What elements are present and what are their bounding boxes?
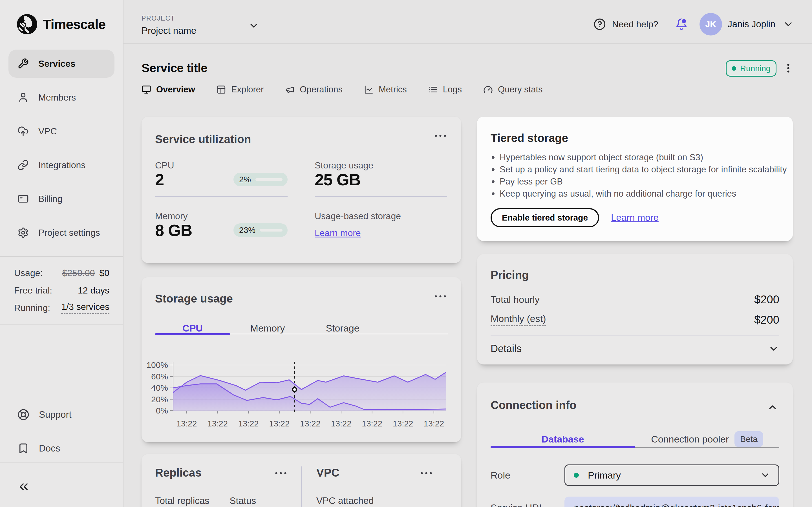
- svg-text:20%: 20%: [151, 395, 168, 404]
- svg-text:13:22: 13:22: [393, 419, 413, 428]
- svg-text:13:22: 13:22: [207, 419, 228, 428]
- svg-text:13:22: 13:22: [331, 419, 352, 428]
- svg-text:13:22: 13:22: [362, 419, 382, 428]
- svg-text:13:22: 13:22: [424, 419, 444, 428]
- svg-text:13:22: 13:22: [300, 419, 320, 428]
- svg-text:13:22: 13:22: [176, 419, 197, 428]
- svg-text:60%: 60%: [151, 372, 168, 381]
- svg-text:0%: 0%: [156, 406, 168, 415]
- svg-text:13:22: 13:22: [238, 419, 259, 428]
- svg-text:13:22: 13:22: [269, 419, 290, 428]
- svg-text:100%: 100%: [146, 360, 168, 370]
- svg-text:40%: 40%: [151, 383, 168, 392]
